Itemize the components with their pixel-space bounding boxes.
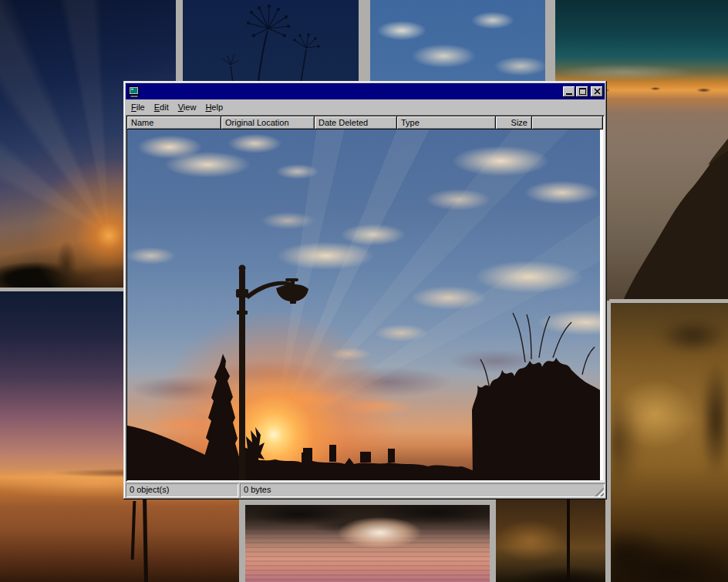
- status-byte-count: 0 bytes: [240, 483, 605, 497]
- minimize-icon: [566, 93, 572, 95]
- golden-blur-silhouettes: [611, 302, 728, 582]
- wallpaper-gap: [490, 500, 496, 582]
- wallpaper-gap: [239, 500, 496, 505]
- maximize-button[interactable]: [576, 86, 588, 97]
- status-byte-count-text: 0 bytes: [244, 485, 271, 494]
- column-header-row: Name Original Location Date Deleted Type…: [127, 116, 603, 130]
- computer-icon[interactable]: [128, 86, 140, 98]
- file-list-view[interactable]: Name Original Location Date Deleted Type…: [126, 115, 605, 482]
- dusk-pole: [567, 500, 570, 582]
- column-header-blank[interactable]: [532, 116, 603, 130]
- window-titlebar[interactable]: [126, 83, 605, 99]
- minimize-button[interactable]: [563, 86, 575, 97]
- column-header-date-deleted[interactable]: Date Deleted: [315, 116, 397, 130]
- column-header-size[interactable]: Size: [496, 116, 532, 130]
- status-object-count: 0 object(s): [126, 483, 238, 497]
- wallpaper-tile-golden-blur: [611, 302, 728, 582]
- recycle-bin-window: File Edit View Help Name Original Locati…: [123, 81, 607, 500]
- wallpaper-gap: [609, 299, 728, 303]
- list-background-photo: [127, 130, 600, 480]
- menu-file[interactable]: File: [126, 100, 150, 114]
- column-header-original-location[interactable]: Original Location: [221, 116, 315, 130]
- wallpaper-tile-amber-dusk: [496, 500, 611, 582]
- resize-grip[interactable]: [595, 487, 604, 496]
- wallpaper-tile-water-reflection: [245, 505, 490, 582]
- desktop: File Edit View Help Name Original Locati…: [0, 0, 728, 582]
- lake-pole: [143, 500, 148, 582]
- lake-pole: [131, 501, 136, 560]
- maximize-icon: [579, 88, 586, 95]
- status-bar: 0 object(s) 0 bytes: [126, 483, 605, 497]
- column-header-name[interactable]: Name: [127, 116, 221, 130]
- wallpaper-gap: [239, 500, 245, 582]
- close-icon: [594, 88, 601, 95]
- photo-silhouettes: [127, 130, 600, 480]
- menu-edit[interactable]: Edit: [150, 100, 174, 114]
- menu-bar: File Edit View Help: [126, 99, 605, 115]
- column-header-type[interactable]: Type: [397, 116, 496, 130]
- menu-view[interactable]: View: [174, 100, 201, 114]
- street-lamp-silhouette: [236, 265, 308, 481]
- menu-help[interactable]: Help: [201, 100, 228, 114]
- close-button[interactable]: [591, 86, 603, 97]
